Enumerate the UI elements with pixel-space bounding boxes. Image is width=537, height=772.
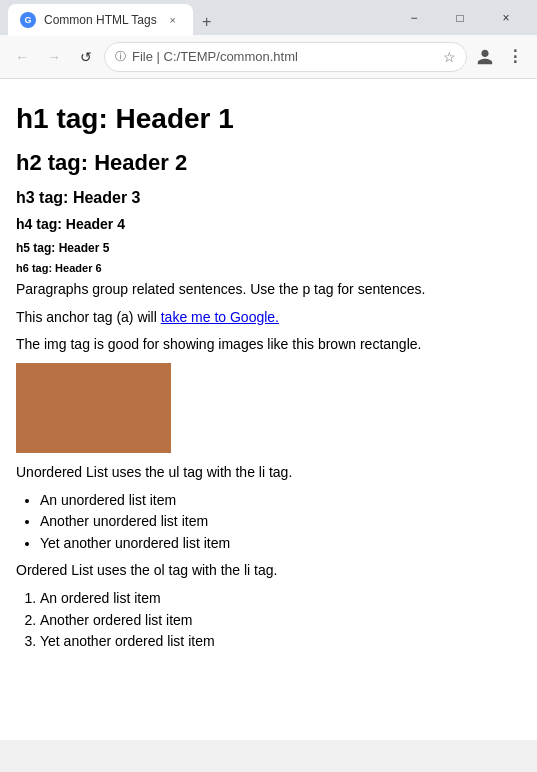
img-description: The img tag is good for showing images l… — [16, 335, 521, 355]
heading-6: h6 tag: Header 6 — [16, 261, 521, 276]
anchor-paragraph: This anchor tag (a) will take me to Goog… — [16, 308, 521, 328]
paragraph-1: Paragraphs group related sentences. Use … — [16, 280, 521, 300]
menu-button[interactable]: ⋮ — [501, 43, 529, 71]
heading-1: h1 tag: Header 1 — [16, 99, 521, 138]
forward-button[interactable]: → — [40, 43, 68, 71]
ul-label: Unordered List uses the ul tag with the … — [16, 463, 521, 483]
title-bar: G Common HTML Tags × + − □ × — [0, 0, 537, 35]
new-tab-button[interactable]: + — [193, 8, 221, 36]
profile-icon[interactable] — [471, 43, 499, 71]
tab-close-button[interactable]: × — [165, 12, 181, 28]
title-bar-left: G Common HTML Tags × + — [8, 0, 387, 36]
minimize-button[interactable]: − — [391, 0, 437, 35]
active-tab[interactable]: G Common HTML Tags × — [8, 4, 193, 36]
close-button[interactable]: × — [483, 0, 529, 35]
heading-2: h2 tag: Header 2 — [16, 148, 521, 179]
back-button[interactable]: ← — [8, 43, 36, 71]
heading-3: h3 tag: Header 3 — [16, 187, 521, 209]
address-bar: ← → ↺ ⓘ File | C:/TEMP/common.html ☆ ⋮ — [0, 35, 537, 79]
url-text: File | C:/TEMP/common.html — [132, 49, 437, 64]
list-item: An unordered list item — [40, 491, 521, 511]
lock-icon: ⓘ — [115, 49, 126, 64]
tab-favicon: G — [20, 12, 36, 28]
address-input[interactable]: ⓘ File | C:/TEMP/common.html ☆ — [104, 42, 467, 72]
brown-rectangle-image — [16, 363, 171, 453]
google-link[interactable]: take me to Google. — [161, 309, 279, 325]
list-item: Another unordered list item — [40, 512, 521, 532]
list-item: Yet another ordered list item — [40, 632, 521, 652]
page-content: h1 tag: Header 1 h2 tag: Header 2 h3 tag… — [0, 79, 537, 740]
ol-label: Ordered List uses the ol tag with the li… — [16, 561, 521, 581]
anchor-prefix-text: This anchor tag (a) will — [16, 309, 161, 325]
bookmark-icon[interactable]: ☆ — [443, 49, 456, 65]
browser-window: G Common HTML Tags × + − □ × ← → ↺ ⓘ Fil… — [0, 0, 537, 740]
heading-5: h5 tag: Header 5 — [16, 240, 521, 257]
list-item: An ordered list item — [40, 589, 521, 609]
unordered-list: An unordered list item Another unordered… — [40, 491, 521, 554]
title-bar-controls: − □ × — [391, 0, 529, 35]
refresh-button[interactable]: ↺ — [72, 43, 100, 71]
maximize-button[interactable]: □ — [437, 0, 483, 35]
heading-4: h4 tag: Header 4 — [16, 215, 521, 235]
list-item: Yet another unordered list item — [40, 534, 521, 554]
ordered-list: An ordered list item Another ordered lis… — [40, 589, 521, 652]
address-bar-icons: ⋮ — [471, 43, 529, 71]
list-item: Another ordered list item — [40, 611, 521, 631]
tab-title: Common HTML Tags — [44, 13, 157, 27]
